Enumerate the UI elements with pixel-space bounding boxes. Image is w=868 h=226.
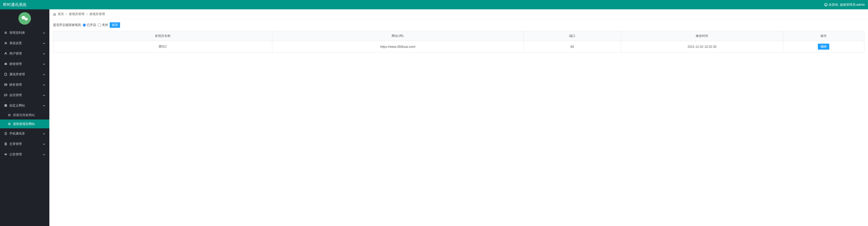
sidebar: 管理员列表 系统设置 用户管理 群组管理 通讯录管理 — [0, 9, 50, 56]
th-url: 网址URL — [272, 31, 524, 41]
svg-point-3 — [23, 17, 23, 18]
th-time: 修改时间 — [621, 31, 783, 41]
radio-enabled-label: 已开启 — [87, 23, 96, 27]
topbar: 即时通讯系统 欢迎你,超级管理员:admin — [0, 0, 868, 9]
table-header-row: 发现页名称 网址URL 端口 修改时间 操作 — [53, 31, 864, 41]
svg-point-4 — [24, 17, 24, 18]
sidebar-item-system[interactable]: 系统设置 — [0, 38, 50, 48]
sidebar-item-users[interactable]: 用户管理 — [0, 48, 50, 56]
sidebar-item-label: 用户管理 — [9, 52, 22, 56]
save-button[interactable]: 保存 — [110, 22, 120, 28]
home-icon — [53, 13, 56, 16]
main: 首页 > 发现页管理 > 发现页管理 是否开启底部发现页 已开启 关闭 保存 发… — [50, 9, 868, 56]
cell-port: 80 — [524, 41, 621, 53]
th-action: 操作 — [783, 31, 864, 41]
svg-point-2 — [826, 4, 827, 4]
svg-point-6 — [27, 19, 27, 20]
separator: > — [65, 12, 67, 16]
content: 是否开启底部发现页 已开启 关闭 保存 发现页名称 网址URL 端口 修改时间 … — [50, 19, 868, 56]
separator: > — [86, 12, 88, 16]
logo-wrap — [0, 9, 50, 28]
cell-time: 2021-12-02 10:32:30 — [621, 41, 783, 53]
topbar-right: 欢迎你,超级管理员:admin — [824, 3, 865, 7]
cell-name: 测试2 — [53, 41, 272, 53]
radio-enabled-input[interactable] — [83, 23, 86, 27]
radio-disabled[interactable]: 关闭 — [98, 23, 108, 27]
edit-button[interactable]: 编辑 — [818, 44, 829, 50]
gear-icon — [4, 41, 7, 45]
welcome-prefix: 欢迎你, — [829, 3, 839, 7]
sidebar-item-admins[interactable]: 管理员列表 — [0, 28, 50, 38]
sidebar-item-label: 系统设置 — [9, 41, 22, 45]
user-icon — [4, 52, 7, 55]
svg-point-7 — [5, 42, 6, 44]
svg-point-8 — [5, 53, 6, 54]
cell-url: https://www.360kuai.com/ — [272, 41, 524, 53]
th-name: 发现页名称 — [53, 31, 272, 41]
breadcrumb-l2: 发现页管理 — [89, 12, 105, 17]
radio-disabled-label: 关闭 — [102, 23, 108, 27]
chat-bubble-icon — [21, 14, 29, 23]
radio-enabled[interactable]: 已开启 — [83, 23, 96, 27]
welcome-user[interactable]: 超级管理员:admin — [840, 3, 865, 7]
chevron-down-icon — [42, 42, 45, 44]
toggle-row: 是否开启底部发现页 已开启 关闭 保存 — [53, 22, 864, 28]
chevron-down-icon — [42, 31, 45, 34]
sidebar-item-label: 管理员列表 — [9, 31, 25, 35]
toggle-label: 是否开启底部发现页 — [53, 23, 81, 27]
list-icon — [4, 31, 7, 34]
table-row: 测试2 https://www.360kuai.com/ 80 2021-12-… — [53, 41, 864, 53]
svg-point-0 — [824, 3, 827, 6]
data-table: 发现页名称 网址URL 端口 修改时间 操作 测试2 https://www.3… — [53, 31, 864, 53]
smiley-icon — [824, 3, 828, 6]
svg-point-1 — [825, 4, 826, 4]
breadcrumb-home[interactable]: 首页 — [58, 12, 64, 17]
th-port: 端口 — [524, 31, 621, 41]
breadcrumb-l1[interactable]: 发现页管理 — [69, 12, 85, 17]
logo — [19, 12, 31, 25]
app-title: 即时通讯系统 — [3, 2, 27, 7]
radio-disabled-input[interactable] — [98, 23, 101, 27]
svg-point-5 — [26, 19, 26, 20]
breadcrumb: 首页 > 发现页管理 > 发现页管理 — [50, 9, 868, 19]
cell-action: 编辑 — [783, 41, 864, 53]
chevron-down-icon — [42, 52, 45, 55]
